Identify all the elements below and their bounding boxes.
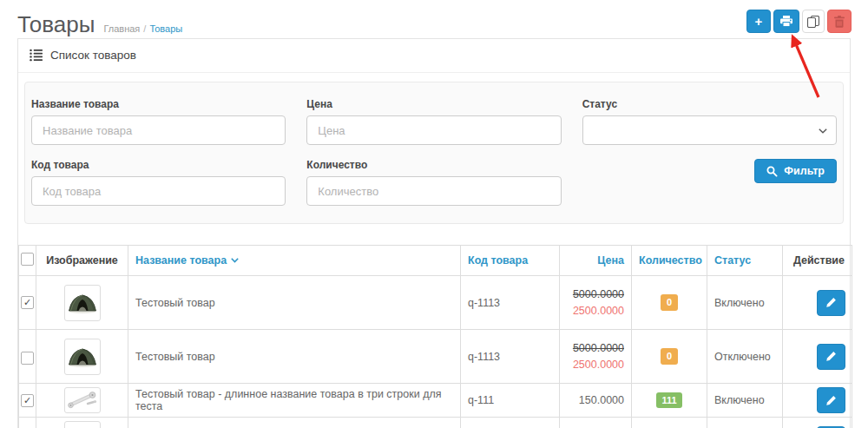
breadcrumb-separator: /	[143, 23, 146, 34]
filter-button-label: Фильтр	[784, 165, 825, 177]
table-row: ✓	[19, 384, 852, 418]
old-price: 5000.0000	[567, 340, 624, 356]
edit-button[interactable]	[817, 344, 845, 370]
quantity-badge: 0	[661, 294, 678, 310]
filter-name-input[interactable]	[31, 115, 286, 145]
table-row: ✓ Тестовый товар q-	[19, 276, 852, 330]
filter-group-quantity: Количество	[306, 159, 561, 206]
product-name: Тестовый товар	[128, 330, 461, 384]
list-icon	[30, 49, 43, 62]
special-price: 2500.0000	[567, 303, 624, 319]
pencil-icon	[825, 395, 837, 406]
quantity-badge: 0	[661, 348, 678, 364]
page-header: ТоварыГлавная/Товары +	[0, 0, 868, 38]
product-thumbnail	[64, 421, 101, 428]
filter-button[interactable]: Фильтр	[754, 159, 837, 183]
column-name-sort[interactable]: Название товара	[135, 254, 239, 267]
filter-well: Название товара Цена Статус Код товара	[24, 82, 844, 224]
breadcrumb: Главная/Товары	[103, 23, 182, 34]
column-action: Действие	[783, 246, 852, 276]
filter-quantity-input[interactable]	[306, 176, 561, 206]
filter-group-price: Цена	[306, 98, 561, 145]
copy-button[interactable]	[802, 10, 825, 33]
product-name: Тестовый товар - длинное название товара…	[128, 384, 461, 418]
filter-group-status: Статус	[582, 98, 837, 145]
filter-price-input[interactable]	[306, 115, 561, 145]
breadcrumb-current[interactable]: Товары	[149, 23, 182, 34]
filter-status-label: Статус	[582, 98, 837, 110]
filter-status-select[interactable]	[582, 115, 837, 145]
filter-group-name: Название товара	[31, 98, 286, 145]
column-image: Изображение	[36, 246, 128, 276]
delete-button[interactable]	[827, 10, 852, 33]
product-thumbnail	[64, 387, 101, 413]
product-thumbnail	[64, 339, 101, 375]
tent-image	[66, 286, 99, 319]
filter-price-label: Цена	[306, 98, 561, 110]
column-status-sort[interactable]: Статус	[714, 254, 751, 267]
row-checkbox[interactable]: ✓	[21, 394, 34, 407]
filter-button-wrap: Фильтр	[582, 159, 837, 206]
special-price: 2500.0000	[567, 357, 624, 372]
table-row	[19, 418, 852, 428]
table-header-row: Изображение Название товара Код товара Ц…	[19, 246, 852, 276]
pencil-icon	[825, 297, 837, 308]
panel-body: Название товара Цена Статус Код товара	[18, 73, 850, 224]
status-text: Включено	[707, 276, 783, 330]
column-price-sort[interactable]: Цена	[597, 254, 624, 267]
edit-button[interactable]	[817, 387, 845, 413]
column-quantity-sort[interactable]: Количество	[639, 254, 702, 267]
product-model: q-111	[461, 384, 560, 418]
chevron-down-icon	[819, 128, 827, 134]
product-price: 5000.0000 2500.0000	[560, 276, 632, 330]
row-checkbox[interactable]: ✓	[21, 296, 34, 309]
select-all-checkbox[interactable]	[21, 253, 34, 266]
tent-image	[66, 340, 99, 373]
plus-icon: +	[755, 15, 763, 28]
add-product-button[interactable]: +	[746, 10, 771, 33]
trash-icon	[834, 16, 845, 28]
row-checkbox[interactable]	[21, 352, 34, 365]
products-table: Изображение Название товара Код товара Ц…	[18, 245, 852, 428]
breadcrumb-home[interactable]: Главная	[103, 23, 140, 34]
page-title: Товары	[17, 11, 95, 37]
product-model: q-1113	[461, 276, 560, 330]
filter-model-label: Код товара	[31, 159, 286, 171]
filter-quantity-label: Количество	[306, 159, 561, 171]
product-price: 5000.0000 2500.0000	[560, 330, 632, 384]
panel-heading: Список товаров	[18, 39, 850, 73]
filter-name-label: Название товара	[31, 98, 286, 110]
search-icon	[766, 166, 778, 177]
auto-part-image	[66, 389, 99, 412]
table-row: Тестовый товар q-1113 5000.0000 2500.000…	[19, 330, 852, 384]
toolbar: +	[746, 10, 852, 33]
column-model-sort[interactable]: Код товара	[468, 254, 528, 267]
product-model: q-1113	[461, 330, 560, 384]
filter-group-model: Код товара	[31, 159, 286, 206]
printer-icon	[780, 16, 792, 27]
pencil-icon	[825, 351, 837, 362]
copy-icon	[807, 16, 819, 28]
status-text: Отключено	[707, 330, 783, 384]
product-name: Тестовый товар	[128, 276, 461, 330]
filter-model-input[interactable]	[31, 176, 286, 206]
product-thumbnail	[64, 285, 101, 321]
product-price: 150.0000	[560, 384, 632, 418]
status-text: Включено	[707, 384, 783, 418]
product-list-panel: Список товаров Название товара Цена Стат…	[17, 38, 851, 428]
price: 150.0000	[579, 394, 624, 406]
panel-heading-label: Список товаров	[50, 49, 136, 62]
print-button[interactable]	[773, 10, 799, 33]
edit-button[interactable]	[817, 290, 845, 316]
old-price: 5000.0000	[567, 286, 624, 302]
chevron-down-icon	[231, 258, 239, 263]
quantity-badge: 111	[656, 392, 681, 408]
